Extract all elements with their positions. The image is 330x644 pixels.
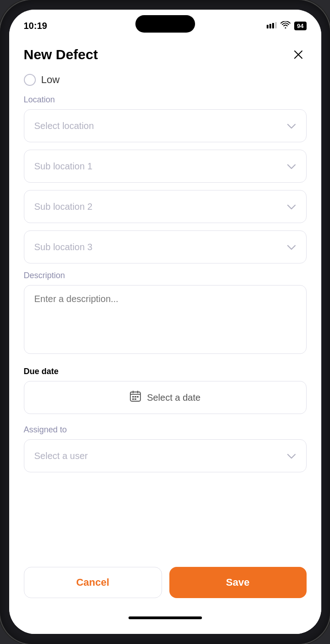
select-location-placeholder: Select location [34,121,94,131]
sub-location-2-dropdown[interactable]: Sub location 2 [24,190,307,223]
assigned-to-label: Assigned to [24,425,307,435]
priority-section: Low [9,70,321,95]
description-section: Description [9,271,321,367]
status-bar: 10:19 [9,10,321,35]
content-area: New Defect Low Location Select location [9,35,321,634]
svg-rect-2 [272,23,274,28]
sub-location-3-dropdown[interactable]: Sub location 3 [24,230,307,263]
signal-icon [267,22,277,30]
svg-rect-3 [275,22,277,28]
select-location-dropdown[interactable]: Select location [24,109,307,142]
location-label: Location [24,95,307,105]
assigned-to-section: Assigned to Select a user [9,425,321,480]
svg-rect-6 [134,396,136,398]
dynamic-island [135,15,195,33]
priority-label: Low [41,74,60,86]
date-placeholder: Select a date [147,392,201,403]
close-button[interactable] [290,46,307,63]
calendar-icon [129,390,141,405]
save-button[interactable]: Save [169,567,307,598]
svg-rect-9 [134,398,136,400]
due-date-label: Due date [24,367,307,376]
sub-location-1-dropdown[interactable]: Sub location 1 [24,150,307,183]
svg-rect-0 [267,25,268,28]
chevron-down-icon [287,161,296,172]
select-user-placeholder: Select a user [34,451,88,461]
due-date-section: Due date Sele [9,367,321,425]
location-section: Location Select location Sub location 1 [9,95,321,271]
description-input[interactable] [24,285,307,354]
home-indicator [129,616,202,619]
chevron-down-icon [287,121,296,131]
priority-radio[interactable] [24,74,36,86]
svg-rect-1 [269,24,271,28]
status-time: 10:19 [24,21,47,31]
description-label: Description [24,271,307,280]
chevron-down-icon [287,202,296,212]
status-icons: 94 [267,21,306,30]
form-header: New Defect [9,35,321,70]
chevron-down-icon [287,451,296,461]
svg-rect-7 [137,396,139,398]
battery-indicator: 94 [294,22,306,30]
sub-location-2-placeholder: Sub location 2 [34,202,93,212]
assigned-user-dropdown[interactable]: Select a user [24,439,307,472]
cancel-button[interactable]: Cancel [24,567,162,598]
svg-rect-8 [132,398,134,400]
sub-location-3-placeholder: Sub location 3 [34,242,93,252]
date-picker-button[interactable]: Select a date [24,381,307,414]
chevron-down-icon [287,242,296,252]
action-buttons: Cancel Save [9,560,321,613]
wifi-icon [280,21,291,30]
page-title: New Defect [24,47,98,62]
sub-location-1-placeholder: Sub location 1 [34,161,93,172]
svg-rect-5 [132,396,134,398]
